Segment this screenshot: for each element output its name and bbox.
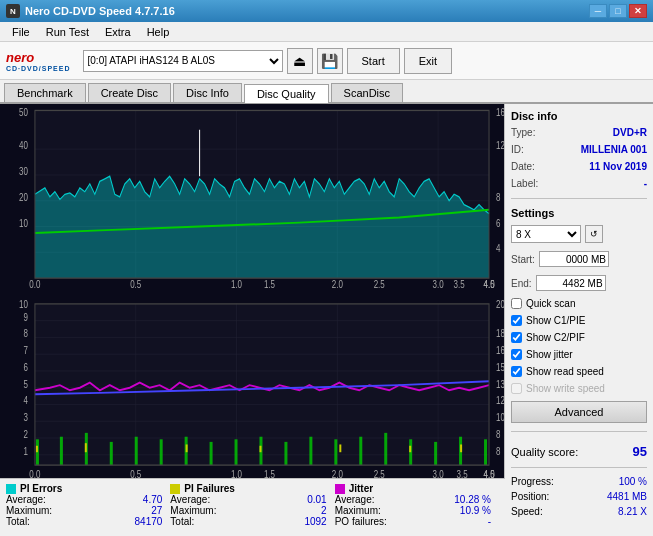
tab-benchmark[interactable]: Benchmark bbox=[4, 83, 86, 102]
svg-text:3.5: 3.5 bbox=[457, 469, 468, 478]
svg-rect-71 bbox=[160, 439, 163, 465]
svg-text:10: 10 bbox=[496, 412, 504, 423]
svg-rect-90 bbox=[409, 446, 411, 452]
svg-text:4.5: 4.5 bbox=[483, 279, 494, 290]
quick-scan-check[interactable] bbox=[511, 298, 522, 309]
show-write-speed-check[interactable] bbox=[511, 383, 522, 394]
menu-file[interactable]: File bbox=[4, 24, 38, 40]
speed-select[interactable]: 8 X bbox=[511, 225, 581, 243]
tab-scan-disc[interactable]: ScanDisc bbox=[331, 83, 403, 102]
advanced-button[interactable]: Advanced bbox=[511, 401, 647, 423]
pi-failures-color bbox=[170, 484, 180, 494]
svg-rect-74 bbox=[235, 439, 238, 465]
speed-row-quality: Speed: 8.21 X bbox=[511, 506, 647, 517]
svg-text:7: 7 bbox=[23, 345, 27, 356]
svg-text:15: 15 bbox=[496, 362, 504, 373]
end-mb-input[interactable] bbox=[536, 275, 606, 291]
title-text: Nero CD-DVD Speed 4.7.7.16 bbox=[25, 5, 175, 17]
tab-disc-quality[interactable]: Disc Quality bbox=[244, 84, 329, 103]
svg-text:4.5: 4.5 bbox=[483, 469, 494, 478]
logo-sub: CD·DVD/SPEED bbox=[6, 65, 71, 72]
exit-button[interactable]: Exit bbox=[404, 48, 452, 74]
show-c2pif-row: Show C2/PIF bbox=[511, 332, 647, 343]
svg-text:3.0: 3.0 bbox=[433, 279, 444, 290]
show-jitter-check[interactable] bbox=[511, 349, 522, 360]
refresh-button[interactable]: ↺ bbox=[585, 225, 603, 243]
quality-score-row: Quality score: 95 bbox=[511, 444, 647, 459]
quick-scan-row: Quick scan bbox=[511, 298, 647, 309]
svg-text:30: 30 bbox=[19, 166, 28, 177]
menu-extra[interactable]: Extra bbox=[97, 24, 139, 40]
tab-disc-info[interactable]: Disc Info bbox=[173, 83, 242, 102]
svg-rect-73 bbox=[210, 442, 213, 465]
show-read-speed-check[interactable] bbox=[511, 366, 522, 377]
pi-failures-title: PI Failures bbox=[170, 483, 326, 494]
drive-select[interactable]: [0:0] ATAPI iHAS124 B AL0S bbox=[83, 50, 283, 72]
svg-marker-21 bbox=[35, 176, 489, 278]
eject-button[interactable]: ⏏ bbox=[287, 48, 313, 74]
svg-text:16: 16 bbox=[496, 345, 504, 356]
svg-text:13: 13 bbox=[496, 379, 504, 390]
menu-help[interactable]: Help bbox=[139, 24, 178, 40]
save-button[interactable]: 💾 bbox=[317, 48, 343, 74]
svg-text:0.0: 0.0 bbox=[29, 279, 40, 290]
svg-text:6: 6 bbox=[496, 218, 500, 229]
svg-rect-67 bbox=[60, 437, 63, 465]
svg-rect-84 bbox=[484, 439, 487, 465]
disc-type-row: Type: DVD+R bbox=[511, 127, 647, 138]
show-c1pie-check[interactable] bbox=[511, 315, 522, 326]
svg-text:4: 4 bbox=[23, 396, 27, 407]
logo: nero CD·DVD/SPEED bbox=[6, 50, 71, 72]
chart-svg: 50 40 30 20 10 16 12 8 6 4 bbox=[0, 104, 504, 478]
pi-errors-group: PI Errors Average: 4.70 Maximum: 27 Tota… bbox=[6, 483, 170, 527]
pi-failures-max: Maximum: 2 bbox=[170, 505, 326, 516]
jitter-group: Jitter Average: 10.28 % Maximum: 10.9 % … bbox=[335, 483, 499, 527]
svg-rect-89 bbox=[339, 444, 341, 452]
svg-text:10: 10 bbox=[19, 299, 28, 310]
start-button[interactable]: Start bbox=[347, 48, 400, 74]
svg-text:1.5: 1.5 bbox=[264, 279, 275, 290]
jitter-avg: Average: 10.28 % bbox=[335, 494, 491, 505]
svg-rect-85 bbox=[36, 446, 38, 452]
svg-text:18: 18 bbox=[496, 328, 504, 339]
svg-text:40: 40 bbox=[19, 140, 28, 151]
svg-text:20: 20 bbox=[19, 192, 28, 203]
jitter-max: Maximum: 10.9 % bbox=[335, 505, 491, 516]
app-icon: N bbox=[6, 4, 20, 18]
show-c1pie-row: Show C1/PIE bbox=[511, 315, 647, 326]
jitter-color bbox=[335, 484, 345, 494]
show-read-speed-row: Show read speed bbox=[511, 366, 647, 377]
svg-rect-82 bbox=[434, 442, 437, 465]
minimize-button[interactable]: ─ bbox=[589, 4, 607, 18]
progress-row: Progress: 100 % bbox=[511, 476, 647, 487]
svg-rect-87 bbox=[186, 444, 188, 452]
svg-text:6: 6 bbox=[23, 362, 27, 373]
svg-rect-80 bbox=[384, 433, 387, 465]
disc-id-row: ID: MILLENIA 001 bbox=[511, 144, 647, 155]
chart-area: 50 40 30 20 10 16 12 8 6 4 bbox=[0, 104, 505, 478]
pi-errors-max: Maximum: 27 bbox=[6, 505, 162, 516]
svg-text:20: 20 bbox=[496, 299, 504, 310]
disc-label-row: Label: - bbox=[511, 178, 647, 189]
pi-errors-avg: Average: 4.70 bbox=[6, 494, 162, 505]
right-panel: Disc info Type: DVD+R ID: MILLENIA 001 D… bbox=[505, 104, 653, 536]
svg-text:1: 1 bbox=[23, 446, 27, 457]
tab-create-disc[interactable]: Create Disc bbox=[88, 83, 171, 102]
window-controls[interactable]: ─ □ ✕ bbox=[589, 4, 647, 18]
start-mb-row: Start: bbox=[511, 251, 647, 267]
divider-2 bbox=[511, 431, 647, 432]
svg-text:3: 3 bbox=[23, 412, 27, 423]
title-bar: N Nero CD-DVD Speed 4.7.7.16 ─ □ ✕ bbox=[0, 0, 653, 22]
maximize-button[interactable]: □ bbox=[609, 4, 627, 18]
svg-text:10: 10 bbox=[19, 218, 28, 229]
svg-text:9: 9 bbox=[23, 312, 27, 323]
svg-text:1.0: 1.0 bbox=[231, 279, 242, 290]
start-mb-input[interactable] bbox=[539, 251, 609, 267]
menu-run-test[interactable]: Run Test bbox=[38, 24, 97, 40]
stats-bar: PI Errors Average: 4.70 Maximum: 27 Tota… bbox=[0, 478, 505, 536]
svg-text:0.5: 0.5 bbox=[130, 279, 141, 290]
close-button[interactable]: ✕ bbox=[629, 4, 647, 18]
svg-rect-79 bbox=[359, 437, 362, 465]
show-c2pif-check[interactable] bbox=[511, 332, 522, 343]
toolbar: nero CD·DVD/SPEED [0:0] ATAPI iHAS124 B … bbox=[0, 42, 653, 80]
